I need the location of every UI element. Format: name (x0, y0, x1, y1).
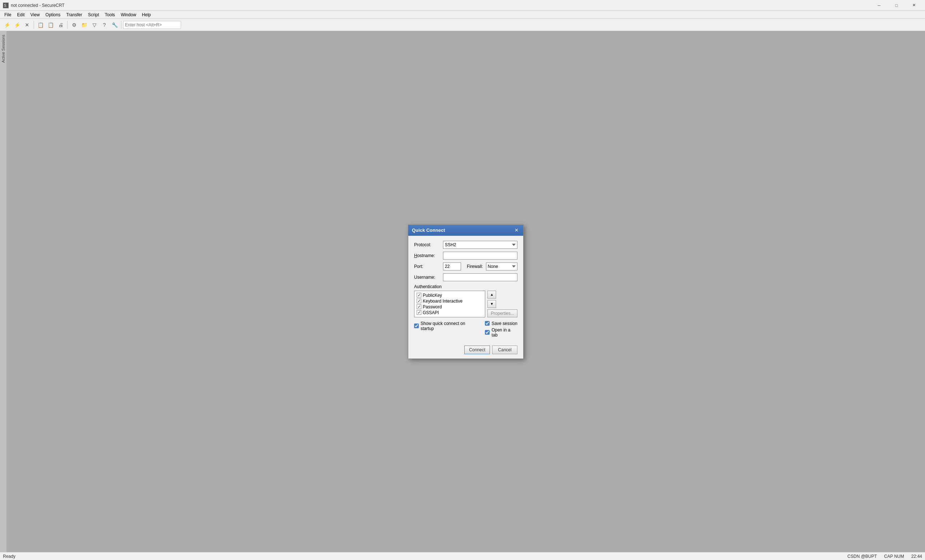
hostname-label: Hostname: (414, 253, 443, 258)
menu-edit[interactable]: Edit (14, 12, 27, 18)
auth-list: ✓ PublicKey ✓ Keyboard Interactive ✓ Pas… (414, 291, 485, 317)
protocol-select[interactable]: SSH2 SSH1 Telnet Telnet/SSL RLogin Seria… (443, 241, 517, 249)
auth-section: Authentication ✓ PublicKey ✓ Keyboard In… (414, 284, 517, 317)
bottom-options-left: Show quick connect on startup (414, 321, 479, 338)
toolbar-print-btn[interactable]: 🖨 (56, 20, 65, 30)
open-in-tab-row: Open in a tab (485, 327, 517, 338)
port-input[interactable] (443, 263, 461, 270)
toolbar-connect-btn[interactable]: ⚡ (2, 20, 12, 30)
cancel-button[interactable]: Cancel (492, 345, 517, 354)
dialog-overlay: Quick Connect ✕ Protocol: SSH2 SSH1 Teln… (6, 31, 925, 552)
auth-label-password: Password (423, 304, 442, 309)
toolbar: ⚡ ⚡ ✕ 📋 📋 🖨 ⚙ 📁 ▽ ? 🔧 (0, 19, 925, 31)
port-firewall-row: Port: Firewall: None (414, 263, 517, 270)
toolbar-disconnect-btn[interactable]: ✕ (23, 20, 32, 30)
menu-window[interactable]: Window (118, 12, 139, 18)
toolbar-extra-btn[interactable]: 🔧 (110, 20, 119, 30)
status-time: 22:44 (911, 554, 922, 559)
toolbar-separator-2 (67, 21, 68, 29)
toolbar-separator-3 (121, 21, 121, 29)
hostname-row: Hostname: (414, 252, 517, 260)
open-in-tab-checkbox[interactable] (485, 330, 490, 335)
menu-file[interactable]: File (2, 12, 14, 18)
toolbar-new-tab-btn[interactable]: 📋 (36, 20, 45, 30)
protocol-label: Protocol: (414, 242, 443, 247)
auth-item-publickey[interactable]: ✓ PublicKey (416, 293, 484, 298)
menu-script[interactable]: Script (85, 12, 102, 18)
title-bar: S not connected - SecureCRT ─ □ ✕ (0, 0, 925, 11)
left-sidebar: Active Sessions (0, 31, 6, 552)
menu-help[interactable]: Help (139, 12, 154, 18)
dialog-close-button[interactable]: ✕ (513, 227, 520, 234)
status-right: CSDN @BUPT CAP NUM 22:44 (847, 554, 922, 559)
toolbar-help-btn[interactable]: ? (100, 20, 109, 30)
connect-button[interactable]: Connect (464, 345, 490, 354)
firewall-label: Firewall: (467, 264, 483, 269)
auth-checkbox-gssapi[interactable]: ✓ (417, 310, 421, 315)
menu-tools[interactable]: Tools (102, 12, 118, 18)
save-session-label: Save session (491, 321, 517, 326)
move-down-button[interactable]: ▼ (487, 300, 496, 308)
toolbar-clone-btn[interactable]: 📋 (46, 20, 55, 30)
auth-item-gssapi[interactable]: ✓ GSSAPI (416, 310, 484, 315)
menu-bar: File Edit View Options Transfer Script T… (0, 11, 925, 19)
open-in-tab-label: Open in a tab (491, 327, 517, 338)
toolbar-quick-connect-btn[interactable]: ⚡ (12, 20, 22, 30)
auth-item-password[interactable]: ✓ Password (416, 304, 484, 310)
show-quick-connect-label: Show quick connect on startup (420, 321, 479, 331)
menu-options[interactable]: Options (43, 12, 63, 18)
auth-label-publickey: PublicKey (423, 293, 442, 298)
dialog-body: Protocol: SSH2 SSH1 Telnet Telnet/SSL RL… (408, 236, 523, 343)
bottom-options: Show quick connect on startup Save sessi… (414, 321, 517, 338)
quick-connect-dialog: Quick Connect ✕ Protocol: SSH2 SSH1 Teln… (408, 225, 524, 359)
auth-label-keyboard: Keyboard Interactive (423, 299, 462, 304)
app-icon: S (3, 3, 9, 8)
toolbar-settings-btn[interactable]: ⚙ (69, 20, 79, 30)
host-input[interactable] (123, 21, 181, 29)
auth-content: ✓ PublicKey ✓ Keyboard Interactive ✓ Pas… (414, 291, 517, 317)
username-row: Username: (414, 273, 517, 281)
svg-text:S: S (4, 4, 6, 8)
hostname-input[interactable] (443, 252, 517, 260)
sidebar-label: Active Sessions (1, 35, 5, 63)
toolbar-session-btn[interactable]: 📁 (80, 20, 89, 30)
status-caps: CAP NUM (884, 554, 904, 559)
window-controls: ─ □ ✕ (871, 0, 922, 11)
maximize-button[interactable]: □ (888, 0, 905, 11)
auth-buttons: ▲ ▼ Properties... (487, 291, 517, 317)
properties-button[interactable]: Properties... (487, 309, 517, 317)
port-label: Port: (414, 264, 443, 269)
status-csdn: CSDN @BUPT (847, 554, 877, 559)
protocol-row: Protocol: SSH2 SSH1 Telnet Telnet/SSL RL… (414, 241, 517, 249)
toolbar-filter-btn[interactable]: ▽ (90, 20, 99, 30)
dialog-titlebar: Quick Connect ✕ (408, 225, 523, 236)
status-bar: Ready CSDN @BUPT CAP NUM 22:44 (0, 552, 925, 560)
auth-checkbox-keyboard[interactable]: ✓ (417, 299, 421, 303)
menu-transfer[interactable]: Transfer (63, 12, 85, 18)
main-area: Quick Connect ✕ Protocol: SSH2 SSH1 Teln… (6, 31, 925, 552)
show-quick-connect-checkbox[interactable] (414, 323, 419, 328)
move-up-button[interactable]: ▲ (487, 291, 496, 299)
minimize-button[interactable]: ─ (871, 0, 887, 11)
close-button[interactable]: ✕ (905, 0, 922, 11)
dialog-footer: Connect Cancel (408, 343, 523, 359)
username-input[interactable] (443, 273, 517, 281)
auth-section-label: Authentication (414, 284, 517, 289)
auth-checkbox-publickey[interactable]: ✓ (417, 293, 421, 297)
save-session-row: Save session (485, 321, 517, 326)
username-label: Username: (414, 275, 443, 280)
auth-checkbox-password[interactable]: ✓ (417, 304, 421, 309)
auth-label-gssapi: GSSAPI (423, 310, 439, 315)
window-title: not connected - SecureCRT (11, 3, 871, 8)
status-text: Ready (3, 554, 15, 559)
show-quick-connect-row: Show quick connect on startup (414, 321, 479, 331)
bottom-options-right: Save session Open in a tab (485, 321, 517, 338)
save-session-checkbox[interactable] (485, 321, 490, 326)
menu-view[interactable]: View (27, 12, 43, 18)
auth-item-keyboard[interactable]: ✓ Keyboard Interactive (416, 298, 484, 304)
firewall-select[interactable]: None (486, 263, 517, 270)
dialog-title: Quick Connect (412, 227, 445, 233)
